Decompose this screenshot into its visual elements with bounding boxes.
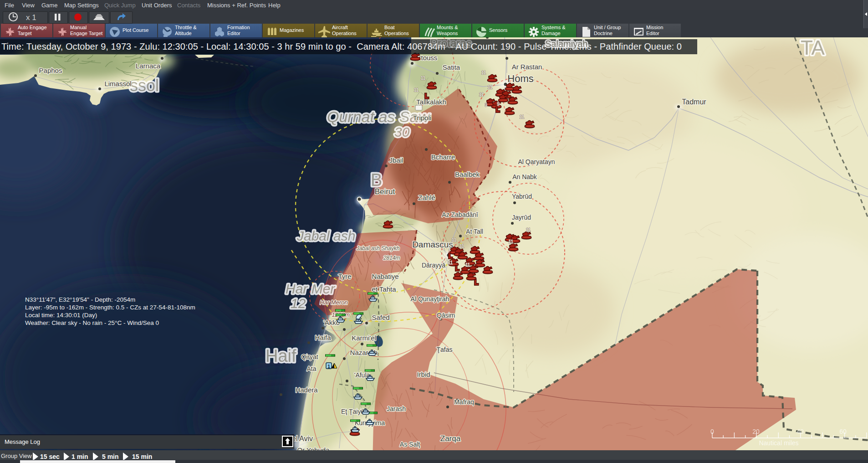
svg-text:Salamiyah: Salamiyah (545, 39, 587, 49)
svg-text:Satita: Satita (443, 63, 460, 71)
svg-text:Ţafas: Ţafas (436, 346, 452, 353)
svg-text:1 min: 1 min (71, 453, 88, 460)
svg-text:Jabal ash: Jabal ash (296, 228, 355, 243)
svg-text:As Salţ: As Salţ (400, 441, 420, 448)
svg-text:Jarash: Jarash (387, 405, 406, 412)
svg-text:Mafraq: Mafraq (454, 398, 474, 406)
svg-text:15 sec: 15 sec (40, 453, 60, 460)
svg-text:Al Qaryatayn: Al Qaryatayn (518, 158, 555, 165)
svg-text:Az Zabadānī: Az Zabadānī (442, 211, 478, 218)
svg-text:5 min: 5 min (102, 453, 119, 460)
svg-text:Safed: Safed (372, 314, 389, 321)
svg-text:Jabal ash Shaykh: Jabal ash Shaykh (356, 245, 400, 252)
svg-text:Hadera: Hadera (295, 386, 318, 394)
svg-text:11: 11 (526, 227, 531, 232)
svg-text:11: 11 (421, 76, 426, 81)
svg-text:Irbid: Irbid (417, 370, 430, 378)
svg-text:15 min: 15 min (132, 453, 152, 460)
svg-text:Har Meron: Har Meron (320, 299, 347, 306)
svg-text:11: 11 (509, 239, 514, 244)
svg-text:Ar Rastan: Ar Rastan (512, 63, 542, 71)
svg-text:Weather: Clear sky - No rain -: Weather: Clear sky - No rain - 25°C - Wi… (25, 319, 159, 326)
svg-text:Haifa: Haifa (315, 334, 331, 341)
svg-text:Dārayyā: Dārayyā (422, 262, 445, 269)
svg-text:11: 11 (481, 70, 486, 75)
svg-text:Nabatiye: Nabatiye (372, 273, 398, 280)
svg-text:'Afula: 'Afula (354, 371, 370, 379)
svg-text:Local time: 14:30:01 (Day): Local time: 14:30:01 (Day) (25, 312, 97, 319)
svg-text:Nautical miles: Nautical miles (759, 439, 798, 447)
svg-text:ssol: ssol (130, 76, 159, 95)
svg-text:N33°11'47", E32°19'54" - Depth: N33°11'47", E32°19'54" - Depth: -2054m (25, 296, 135, 303)
svg-text:At Tall: At Tall (466, 228, 483, 235)
svg-text:Yabrūd: Yabrūd (512, 193, 532, 200)
svg-text:Baalbek: Baalbek (455, 170, 480, 178)
svg-text:Ata: Ata (306, 365, 316, 372)
svg-text:Paphos: Paphos (39, 67, 62, 74)
svg-text:20: 20 (752, 428, 760, 435)
svg-text:60: 60 (839, 428, 847, 435)
svg-text:Tallkalakh: Tallkalakh (416, 98, 446, 106)
svg-text:Al Qunayţirah: Al Qunayţirah (411, 295, 449, 303)
svg-text:11: 11 (479, 92, 484, 97)
svg-text:11: 11 (452, 237, 457, 242)
svg-text:Zarqa: Zarqa (440, 434, 461, 443)
svg-text:Beirut: Beirut (375, 187, 395, 196)
svg-text:Jayrūd: Jayrūd (512, 214, 531, 221)
svg-text:11: 11 (448, 260, 453, 265)
svg-text:Tadmur: Tadmur (682, 98, 706, 106)
svg-text:Larnaca: Larnaca (136, 62, 161, 70)
svg-text:9: 9 (497, 102, 500, 107)
svg-text:Haif: Haif (266, 346, 296, 365)
svg-text:9: 9 (485, 103, 487, 108)
svg-text:Damascus: Damascus (412, 240, 453, 249)
svg-text:40: 40 (797, 428, 804, 435)
svg-text:An Nabk: An Nabk (512, 173, 537, 180)
svg-text:Homs: Homs (507, 73, 533, 84)
svg-text:2814m: 2814m (383, 255, 400, 261)
svg-text:Karmi'el: Karmi'el (352, 334, 376, 342)
svg-text:Bcharre: Bcharre (431, 153, 455, 161)
svg-text:x 1: x 1 (26, 13, 36, 22)
svg-text:Jbail: Jbail (389, 156, 403, 164)
svg-text:11: 11 (465, 262, 470, 268)
svg-text:Tyre: Tyre (338, 273, 351, 280)
svg-text:11: 11 (520, 114, 525, 119)
svg-text:Zahlé: Zahlé (418, 194, 435, 201)
svg-text:11: 11 (460, 244, 465, 249)
svg-text:Layer: -95m to -162m - Strengt: Layer: -95m to -162m - Strength: 0.5 - C… (25, 304, 195, 311)
svg-text:Tripoli: Tripoli (413, 114, 431, 122)
svg-text:et Tahta: et Tahta (372, 285, 396, 293)
svg-text:Qāsim: Qāsim (437, 312, 455, 319)
svg-text:Qiryat: Qiryat (301, 353, 318, 360)
svg-text:11: 11 (488, 85, 493, 90)
svg-text:30: 30 (394, 124, 410, 139)
svg-text:Limassol: Limassol (104, 80, 131, 87)
svg-text:B: B (371, 170, 382, 190)
svg-text:12: 12 (291, 296, 306, 311)
svg-text:0: 0 (710, 428, 714, 435)
svg-text:Protaras: Protaras (430, 37, 472, 49)
svg-text:Har Mer: Har Mer (286, 281, 335, 296)
svg-text:11: 11 (414, 87, 419, 93)
